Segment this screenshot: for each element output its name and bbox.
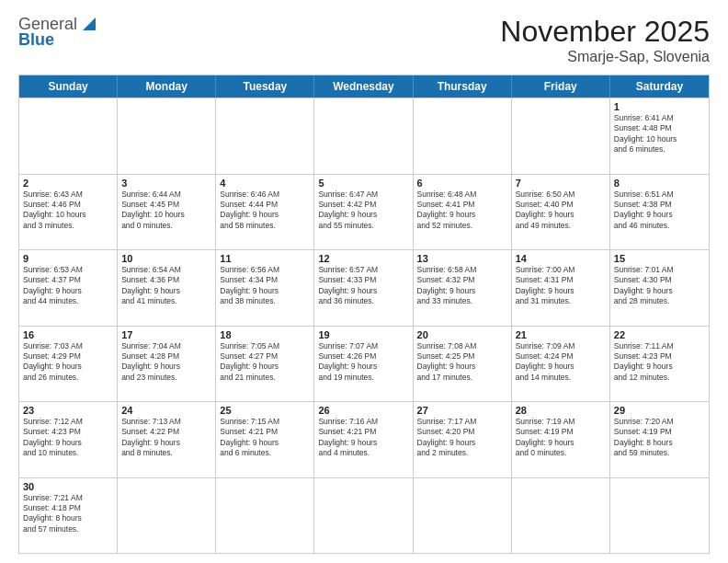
day-number: 15	[614, 253, 705, 264]
day-number: 7	[516, 178, 606, 189]
weekday-header-monday: Monday	[118, 75, 216, 98]
calendar-day-empty	[216, 478, 314, 554]
day-info: Sunrise: 7:16 AM Sunset: 4:21 PM Dayligh…	[318, 417, 408, 459]
calendar-day-17: 17Sunrise: 7:04 AM Sunset: 4:28 PM Dayli…	[118, 327, 216, 402]
day-info: Sunrise: 7:20 AM Sunset: 4:19 PM Dayligh…	[614, 417, 705, 459]
day-number: 8	[614, 178, 705, 189]
day-number: 9	[23, 253, 113, 264]
calendar-day-8: 8Sunrise: 6:51 AM Sunset: 4:38 PM Daylig…	[610, 175, 709, 250]
calendar-day-empty	[610, 478, 709, 554]
calendar-day-2: 2Sunrise: 6:43 AM Sunset: 4:46 PM Daylig…	[19, 175, 118, 250]
day-number: 17	[121, 329, 211, 340]
calendar-row-1: 2Sunrise: 6:43 AM Sunset: 4:46 PM Daylig…	[19, 174, 709, 250]
calendar-day-12: 12Sunrise: 6:57 AM Sunset: 4:33 PM Dayli…	[314, 250, 413, 326]
calendar-day-empty	[118, 478, 216, 554]
day-info: Sunrise: 7:19 AM Sunset: 4:19 PM Dayligh…	[516, 417, 606, 459]
calendar-day-26: 26Sunrise: 7:16 AM Sunset: 4:21 PM Dayli…	[314, 402, 413, 477]
calendar-day-empty	[512, 98, 610, 174]
page: General Blue November 2025 Smarje-Sap, S…	[0, 0, 728, 563]
day-info: Sunrise: 6:53 AM Sunset: 4:37 PM Dayligh…	[23, 265, 113, 307]
logo-icon	[79, 14, 99, 34]
location-subtitle: Smarje-Sap, Slovenia	[500, 49, 710, 65]
day-info: Sunrise: 7:09 AM Sunset: 4:24 PM Dayligh…	[516, 341, 606, 384]
calendar-day-28: 28Sunrise: 7:19 AM Sunset: 4:19 PM Dayli…	[512, 402, 610, 477]
day-info: Sunrise: 6:46 AM Sunset: 4:44 PM Dayligh…	[220, 190, 310, 232]
day-number: 13	[417, 253, 507, 264]
day-number: 2	[23, 178, 113, 189]
calendar-day-5: 5Sunrise: 6:47 AM Sunset: 4:42 PM Daylig…	[314, 175, 413, 250]
day-info: Sunrise: 6:57 AM Sunset: 4:33 PM Dayligh…	[318, 265, 408, 307]
calendar-day-empty	[314, 478, 413, 554]
day-info: Sunrise: 6:41 AM Sunset: 4:48 PM Dayligh…	[614, 113, 705, 155]
calendar-day-15: 15Sunrise: 7:01 AM Sunset: 4:30 PM Dayli…	[610, 250, 709, 326]
day-info: Sunrise: 7:04 AM Sunset: 4:28 PM Dayligh…	[121, 341, 211, 384]
day-info: Sunrise: 7:13 AM Sunset: 4:22 PM Dayligh…	[121, 417, 211, 459]
calendar-day-20: 20Sunrise: 7:08 AM Sunset: 4:25 PM Dayli…	[414, 327, 512, 402]
weekday-header-friday: Friday	[512, 75, 610, 98]
day-number: 27	[417, 405, 507, 416]
day-info: Sunrise: 6:50 AM Sunset: 4:40 PM Dayligh…	[516, 190, 606, 232]
calendar-day-empty	[19, 98, 118, 174]
day-info: Sunrise: 7:08 AM Sunset: 4:25 PM Dayligh…	[417, 341, 507, 384]
calendar-day-empty	[216, 98, 314, 174]
day-info: Sunrise: 6:48 AM Sunset: 4:41 PM Dayligh…	[417, 190, 507, 232]
calendar-day-7: 7Sunrise: 6:50 AM Sunset: 4:40 PM Daylig…	[512, 175, 610, 250]
calendar-row-4: 23Sunrise: 7:12 AM Sunset: 4:23 PM Dayli…	[19, 401, 709, 477]
day-number: 16	[23, 329, 113, 340]
calendar-day-empty	[512, 478, 610, 554]
calendar-day-14: 14Sunrise: 7:00 AM Sunset: 4:31 PM Dayli…	[512, 250, 610, 326]
day-info: Sunrise: 6:43 AM Sunset: 4:46 PM Dayligh…	[23, 190, 113, 232]
day-info: Sunrise: 7:11 AM Sunset: 4:23 PM Dayligh…	[614, 341, 705, 384]
svg-marker-0	[83, 17, 96, 30]
calendar-day-18: 18Sunrise: 7:05 AM Sunset: 4:27 PM Dayli…	[216, 327, 314, 402]
day-number: 22	[614, 329, 705, 340]
calendar-day-24: 24Sunrise: 7:13 AM Sunset: 4:22 PM Dayli…	[118, 402, 216, 477]
day-info: Sunrise: 6:58 AM Sunset: 4:32 PM Dayligh…	[417, 265, 507, 307]
day-number: 23	[23, 405, 113, 416]
calendar-body: 1Sunrise: 6:41 AM Sunset: 4:48 PM Daylig…	[19, 98, 709, 553]
calendar-day-22: 22Sunrise: 7:11 AM Sunset: 4:23 PM Dayli…	[610, 327, 709, 402]
calendar-day-3: 3Sunrise: 6:44 AM Sunset: 4:45 PM Daylig…	[118, 175, 216, 250]
calendar-row-0: 1Sunrise: 6:41 AM Sunset: 4:48 PM Daylig…	[19, 98, 709, 174]
calendar: SundayMondayTuesdayWednesdayThursdayFrid…	[18, 75, 710, 554]
calendar-day-16: 16Sunrise: 7:03 AM Sunset: 4:29 PM Dayli…	[19, 327, 118, 402]
calendar-day-19: 19Sunrise: 7:07 AM Sunset: 4:26 PM Dayli…	[314, 327, 413, 402]
day-info: Sunrise: 7:21 AM Sunset: 4:18 PM Dayligh…	[23, 493, 113, 535]
day-info: Sunrise: 6:51 AM Sunset: 4:38 PM Dayligh…	[614, 190, 705, 232]
logo: General Blue	[18, 15, 99, 50]
day-number: 26	[318, 405, 408, 416]
day-info: Sunrise: 7:17 AM Sunset: 4:20 PM Dayligh…	[417, 417, 507, 459]
calendar-day-1: 1Sunrise: 6:41 AM Sunset: 4:48 PM Daylig…	[610, 98, 709, 174]
day-number: 19	[318, 329, 408, 340]
calendar-day-21: 21Sunrise: 7:09 AM Sunset: 4:24 PM Dayli…	[512, 327, 610, 402]
month-year-title: November 2025	[500, 15, 710, 49]
weekday-header-thursday: Thursday	[414, 75, 512, 98]
day-number: 28	[516, 405, 606, 416]
day-info: Sunrise: 6:54 AM Sunset: 4:36 PM Dayligh…	[121, 265, 211, 307]
day-number: 5	[318, 178, 408, 189]
day-info: Sunrise: 7:15 AM Sunset: 4:21 PM Dayligh…	[220, 417, 310, 459]
day-number: 4	[220, 178, 310, 189]
calendar-day-25: 25Sunrise: 7:15 AM Sunset: 4:21 PM Dayli…	[216, 402, 314, 477]
calendar-day-4: 4Sunrise: 6:46 AM Sunset: 4:44 PM Daylig…	[216, 175, 314, 250]
calendar-row-3: 16Sunrise: 7:03 AM Sunset: 4:29 PM Dayli…	[19, 326, 709, 402]
calendar-day-empty	[414, 98, 512, 174]
calendar-row-2: 9Sunrise: 6:53 AM Sunset: 4:37 PM Daylig…	[19, 249, 709, 326]
title-block: November 2025 Smarje-Sap, Slovenia	[500, 15, 710, 65]
day-number: 12	[318, 253, 408, 264]
weekday-header-tuesday: Tuesday	[216, 75, 314, 98]
day-number: 6	[417, 178, 507, 189]
logo-blue-text: Blue	[18, 30, 54, 50]
day-number: 11	[220, 253, 310, 264]
calendar-day-13: 13Sunrise: 6:58 AM Sunset: 4:32 PM Dayli…	[414, 250, 512, 326]
day-number: 21	[516, 329, 606, 340]
day-info: Sunrise: 6:47 AM Sunset: 4:42 PM Dayligh…	[318, 190, 408, 232]
calendar-day-10: 10Sunrise: 6:54 AM Sunset: 4:36 PM Dayli…	[118, 250, 216, 326]
day-number: 10	[121, 253, 211, 264]
calendar-day-29: 29Sunrise: 7:20 AM Sunset: 4:19 PM Dayli…	[610, 402, 709, 477]
calendar-row-5: 30Sunrise: 7:21 AM Sunset: 4:18 PM Dayli…	[19, 477, 709, 554]
day-info: Sunrise: 7:00 AM Sunset: 4:31 PM Dayligh…	[516, 265, 606, 307]
day-number: 29	[614, 405, 705, 416]
calendar-day-empty	[118, 98, 216, 174]
day-info: Sunrise: 7:12 AM Sunset: 4:23 PM Dayligh…	[23, 417, 113, 459]
